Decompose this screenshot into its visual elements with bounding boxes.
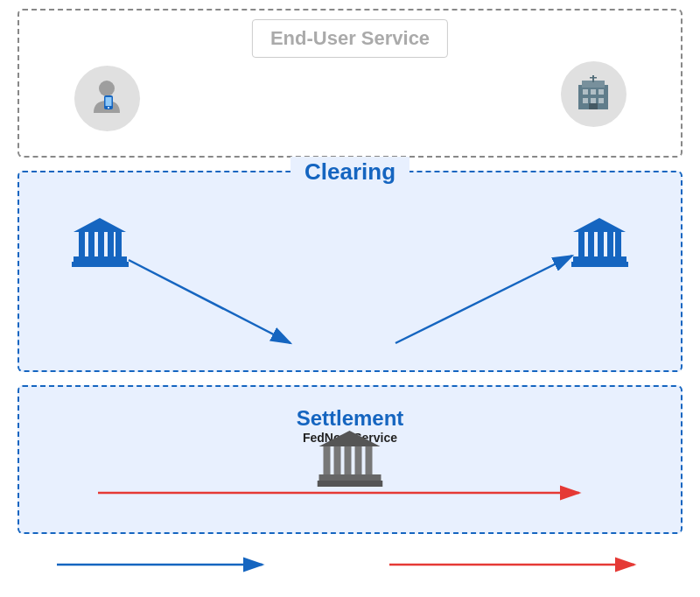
svg-rect-7 <box>591 89 596 95</box>
svg-rect-30 <box>571 262 628 267</box>
svg-marker-15 <box>74 218 126 232</box>
bank-right-icon <box>571 216 628 269</box>
clearing-right-arrow <box>19 172 681 370</box>
svg-rect-16 <box>79 232 85 256</box>
svg-point-0 <box>99 81 115 96</box>
svg-rect-38 <box>345 446 352 474</box>
settlement-title: Settlement <box>297 406 404 431</box>
svg-rect-21 <box>74 256 127 262</box>
svg-rect-17 <box>88 232 94 256</box>
svg-rect-24 <box>578 232 584 256</box>
svg-rect-12 <box>589 103 598 109</box>
svg-point-3 <box>108 107 109 109</box>
svg-rect-29 <box>573 256 626 262</box>
svg-line-32 <box>129 260 290 343</box>
svg-rect-36 <box>324 446 331 474</box>
svg-rect-40 <box>366 446 373 474</box>
svg-rect-42 <box>318 481 383 487</box>
svg-rect-22 <box>72 262 129 267</box>
legend-red-arrow <box>385 551 648 578</box>
legend-area <box>18 543 682 586</box>
svg-rect-9 <box>583 98 588 103</box>
fednow-bank-icon <box>318 429 383 492</box>
svg-marker-35 <box>319 431 381 446</box>
diagram-container: End-User Service <box>9 9 691 586</box>
svg-rect-39 <box>355 446 362 474</box>
svg-rect-8 <box>598 89 604 95</box>
svg-rect-37 <box>334 446 341 474</box>
svg-rect-19 <box>108 232 114 256</box>
svg-rect-11 <box>598 98 604 103</box>
svg-rect-20 <box>116 232 122 256</box>
svg-rect-6 <box>583 89 588 95</box>
settlement-box: Settlement FedNow Service <box>18 385 682 534</box>
person-icon <box>72 63 142 133</box>
svg-rect-26 <box>598 232 604 256</box>
svg-rect-2 <box>106 97 112 106</box>
svg-rect-41 <box>319 474 382 481</box>
svg-rect-27 <box>607 232 613 256</box>
end-user-service-title: End-User Service <box>252 19 448 58</box>
end-user-service-box: End-User Service <box>18 9 682 158</box>
svg-rect-25 <box>588 232 594 256</box>
svg-rect-14 <box>590 77 597 79</box>
svg-rect-13 <box>592 75 594 82</box>
svg-rect-28 <box>615 232 621 256</box>
clearing-left-arrow <box>19 172 681 370</box>
svg-marker-23 <box>573 218 626 232</box>
clearing-box: Clearing <box>18 171 682 372</box>
clearing-title: Clearing <box>290 157 410 187</box>
legend-blue-arrow <box>52 551 271 578</box>
svg-rect-18 <box>98 232 104 256</box>
bank-left-icon <box>72 216 129 269</box>
svg-line-34 <box>396 256 572 343</box>
svg-rect-10 <box>591 98 596 103</box>
company-icon <box>558 59 628 129</box>
